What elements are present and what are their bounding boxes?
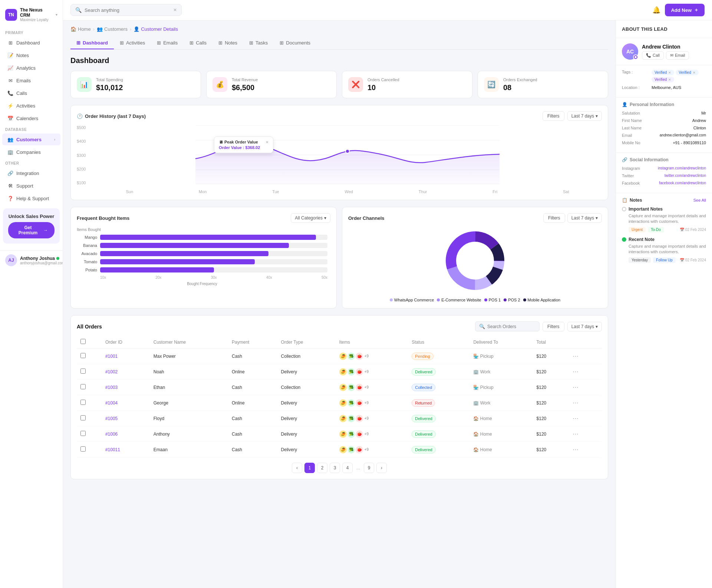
tab-tasks[interactable]: ⊞ Tasks <box>243 37 274 49</box>
page-3-button[interactable]: 3 <box>330 463 340 473</box>
cell-items: 🥭 🥦 🍅 +9 <box>336 426 408 442</box>
sidebar-item-calls[interactable]: 📞 Calls <box>2 87 60 99</box>
page-dots: ... <box>355 465 362 470</box>
tag-verified-2: Verified ✕ <box>676 70 698 75</box>
note-radio-recent <box>622 237 626 242</box>
col-items: Items <box>336 336 408 348</box>
chart-daterange-button[interactable]: Last 7 days ▾ <box>567 111 602 121</box>
row-more-button[interactable]: ⋯ <box>570 399 581 407</box>
sidebar-item-support[interactable]: 🛠 Support <box>2 180 60 192</box>
customers-breadcrumb-icon: 👥 <box>97 26 103 32</box>
page-1-button[interactable]: 1 <box>304 463 315 473</box>
row-checkbox[interactable] <box>80 400 86 405</box>
row-more-button[interactable]: ⋯ <box>570 414 581 423</box>
search-clear-icon[interactable]: ✕ <box>173 7 177 13</box>
sidebar-item-notes[interactable]: 📝 Notes <box>2 49 60 61</box>
expand-icon: › <box>54 138 55 142</box>
tooltip-close-icon[interactable]: ✕ <box>266 140 268 144</box>
cell-order-id: #1006 <box>102 426 150 442</box>
app-tagline: Maximize Loyalty <box>20 18 53 22</box>
sidebar-item-help[interactable]: ❓ Help & Support <box>2 192 60 204</box>
search-orders-box[interactable]: 🔍 <box>475 321 540 331</box>
cell-order-type: Delivery <box>277 395 336 411</box>
row-more-button[interactable]: ⋯ <box>570 352 581 360</box>
tab-calls[interactable]: ⊞ Calls <box>184 37 212 49</box>
exchanged-label: Orders Exchanged <box>503 77 537 82</box>
sidebar-item-integration[interactable]: 🔗 Integration <box>2 167 60 179</box>
info-email: Email andrew.clienton@gmail.com <box>622 133 706 138</box>
sidebar-item-analytics[interactable]: 📈 Analytics <box>2 62 60 74</box>
note-recent: Recent Note Capture and manage important… <box>622 237 706 263</box>
sidebar-item-activities[interactable]: ⚡ Activities <box>2 100 60 112</box>
tab-documents[interactable]: ⊞ Documents <box>274 37 316 49</box>
sidebar-item-customers[interactable]: 👥 Customers › <box>2 133 60 145</box>
category-filter-button[interactable]: All Categories ▾ <box>291 213 330 223</box>
row-more-button[interactable]: ⋯ <box>570 383 581 392</box>
user-profile-row[interactable]: AJ Anthony Joshua anthonyjoshua@gmail.co… <box>0 250 63 270</box>
sidebar-item-emails[interactable]: ✉ Emails <box>2 75 60 86</box>
orders-filter-button[interactable]: Filters <box>543 322 564 331</box>
call-lead-button[interactable]: 📞 Call <box>642 51 664 60</box>
svg-point-11 <box>460 246 490 275</box>
arrow-icon: → <box>43 228 48 233</box>
page-4-button[interactable]: 4 <box>342 463 353 473</box>
table-row: #1002 Noah Online Delivery 🥭 🥦 🍅 +9 Deli… <box>77 364 602 380</box>
info-lastname: Last Name Clinton <box>622 126 706 130</box>
chart-x-labels: Sun Mon Tue Wed Thur Fri Sat <box>93 188 602 194</box>
logo-chevron-icon[interactable]: ▾ <box>56 13 57 17</box>
breadcrumb-customers[interactable]: 👥 Customers <box>97 26 128 32</box>
row-checkbox[interactable] <box>80 431 86 436</box>
row-checkbox[interactable] <box>80 369 86 374</box>
add-new-button[interactable]: Add New ＋ <box>665 4 705 16</box>
unlock-title: Unlock Sales Power <box>8 214 55 219</box>
search-box[interactable]: 🔍 ✕ <box>70 4 182 16</box>
chart-tooltip: 🖥 Peak Order Value ✕ Order Value : $368.… <box>214 136 273 153</box>
cell-total: $120 <box>533 380 567 395</box>
channels-daterange-button[interactable]: Last 7 days ▾ <box>567 213 602 223</box>
row-more-button[interactable]: ⋯ <box>570 367 581 376</box>
breadcrumb-home[interactable]: 🏠 Home <box>70 26 91 32</box>
chart-filter-button[interactable]: Filters <box>543 111 564 121</box>
search-input[interactable] <box>85 7 170 13</box>
donut-chart: WhatsApp Commerce E-Commerce Website POS… <box>348 227 602 302</box>
row-checkbox[interactable] <box>80 446 86 452</box>
orders-daterange-button[interactable]: Last 7 days ▾ <box>567 322 602 331</box>
email-lead-button[interactable]: ✉ Email <box>666 51 689 60</box>
breadcrumb-current: 👤 Customer Details <box>134 26 178 32</box>
next-page-button[interactable]: › <box>376 463 387 473</box>
row-checkbox[interactable] <box>80 384 86 389</box>
page-9-button[interactable]: 9 <box>364 463 374 473</box>
row-checkbox[interactable] <box>80 415 86 420</box>
row-more-button[interactable]: ⋯ <box>570 430 581 438</box>
tab-activities[interactable]: ⊞ Activities <box>114 37 151 49</box>
tab-dashboard[interactable]: ⊞ Dashboard <box>70 37 114 49</box>
select-all-checkbox[interactable] <box>80 339 86 344</box>
tab-emails[interactable]: ⊞ Emails <box>151 37 184 49</box>
row-checkbox[interactable] <box>80 353 86 358</box>
sidebar-item-dashboard[interactable]: ⊞ Dashboard <box>2 37 60 49</box>
prev-page-button[interactable]: ‹ <box>292 463 302 473</box>
channels-filter-button[interactable]: Filters <box>543 213 565 223</box>
pagination: ‹ 1 2 3 4 ... 9 › <box>77 463 602 473</box>
cell-total: $120 <box>533 426 567 442</box>
cell-total: $120 <box>533 395 567 411</box>
sidebar-item-companies[interactable]: 🏢 Companies <box>2 146 60 158</box>
cell-total: $120 <box>533 364 567 380</box>
sidebar-item-calenders[interactable]: 📅 Calenders <box>2 112 60 124</box>
cell-status: Delivered <box>408 426 469 442</box>
calls-icon: 📞 <box>7 90 13 96</box>
tab-notes[interactable]: ⊞ Notes <box>212 37 243 49</box>
unlock-premium-button[interactable]: Get Premium → <box>8 222 55 238</box>
row-more-button[interactable]: ⋯ <box>570 445 581 454</box>
status-badge: Returned <box>412 399 435 407</box>
cell-payment: Online <box>228 364 277 380</box>
notification-button[interactable]: 🔔 <box>652 6 660 14</box>
emails-icon: ✉ <box>7 77 13 83</box>
spending-icon: 📊 <box>77 77 92 92</box>
page-2-button[interactable]: 2 <box>317 463 327 473</box>
person-icon: 👤 <box>622 102 627 107</box>
bar-row-tomato: Tomato <box>77 259 327 264</box>
see-all-notes-button[interactable]: See All <box>693 198 706 202</box>
status-badge: Delivered <box>412 368 435 376</box>
search-orders-input[interactable] <box>487 324 535 329</box>
